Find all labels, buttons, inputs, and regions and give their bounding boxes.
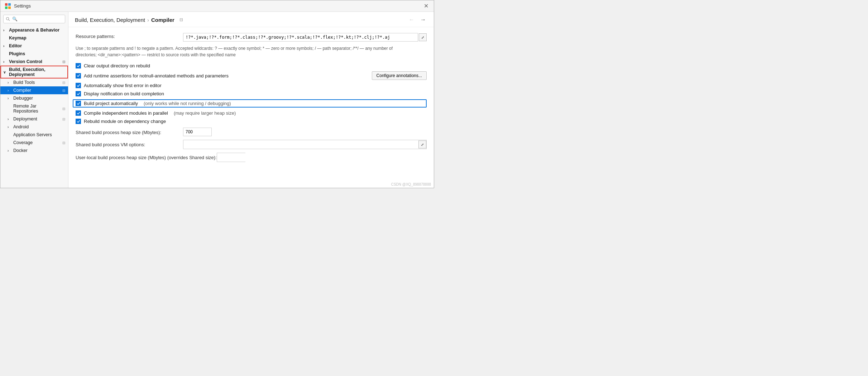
arrow-icon: › [3, 44, 8, 48]
sidebar-item-editor[interactable]: ›Editor [0, 42, 68, 50]
arrow-icon: › [8, 125, 12, 129]
breadcrumb-current: Compiler [151, 17, 174, 23]
sidebar-item-compiler[interactable]: ›Compiler⊟ [0, 86, 68, 94]
sidebar-item-appearance[interactable]: ›Appearance & Behavior [0, 26, 68, 34]
window-title: Settings [14, 3, 422, 9]
pin-icon: ⊟ [62, 117, 65, 121]
checkbox-row-clear-output: Clear output directory on rebuild [76, 63, 427, 68]
sidebar-item-label: Android [13, 124, 65, 129]
svg-rect-1 [8, 3, 11, 6]
checkbox-label-rebuild-dependency: Rebuild module on dependency change [84, 119, 166, 124]
configure-annotations-button[interactable]: Configure annotations... [372, 71, 427, 80]
user-heap-label: User-local build process heap size (Mbyt… [76, 155, 217, 160]
checkbox-row-rebuild-dependency: Rebuild module on dependency change [76, 119, 427, 124]
user-heap-control [217, 153, 245, 162]
arrow-icon: › [8, 117, 12, 121]
pin-icon: ⊟ [62, 107, 65, 111]
sidebar-item-android[interactable]: ›Android [0, 123, 68, 131]
checkbox-build-auto[interactable] [76, 101, 81, 106]
checkbox-hint-build-auto: (only works while not running / debuggin… [144, 101, 231, 106]
arrow-icon: › [8, 149, 12, 153]
sidebar-item-version-control[interactable]: ›Version Control⊟ [0, 58, 68, 66]
sidebar-item-build-execution[interactable]: ∨Build, Execution, Deployment [0, 66, 68, 78]
sidebar-item-label: Coverage [13, 140, 61, 145]
sidebar-item-deployment[interactable]: ›Deployment⊟ [0, 115, 68, 123]
breadcrumb: Build, Execution, Deployment › Compiler … [75, 17, 183, 23]
sidebar-item-label: Build Tools [13, 80, 61, 85]
sidebar: ›Appearance & BehaviorKeymap›EditorPlugi… [0, 12, 68, 188]
sidebar-item-label: Docker [13, 148, 65, 153]
resource-patterns-input[interactable] [183, 33, 418, 42]
checkbox-label-display-notification: Display notification on build completion [84, 91, 164, 96]
checkbox-add-runtime[interactable] [76, 73, 81, 78]
sidebar-item-label: Compiler [13, 88, 61, 93]
settings-window: Settings ✕ ›Appearance & BehaviorKeymap›… [0, 0, 434, 188]
checkbox-clear-output[interactable] [76, 63, 81, 68]
expand-resource-patterns-button[interactable]: ⤢ [419, 33, 427, 41]
search-input[interactable] [3, 15, 65, 23]
vm-options-control: ⤢ [183, 140, 427, 149]
pin-icon: ⊟ [62, 81, 65, 85]
checkbox-hint-compile-parallel: (may require larger heap size) [174, 110, 236, 116]
heap-size-label: Shared build process heap size (Mbytes): [76, 129, 183, 135]
vm-options-row: Shared build process VM options: ⤢ [76, 140, 427, 149]
svg-rect-3 [8, 6, 11, 9]
svg-rect-2 [5, 6, 8, 9]
checkbox-label-compile-parallel: Compile independent modules in parallel [84, 110, 168, 116]
pin-icon: ⊟ [62, 89, 65, 92]
sidebar-item-remote-jar[interactable]: Remote Jar Repositories⊟ [0, 102, 68, 115]
back-button[interactable]: ← [407, 15, 416, 24]
app-icon [5, 3, 11, 9]
sidebar-item-label: Appearance & Behavior [9, 28, 65, 33]
content-panel: Build, Execution, Deployment › Compiler … [68, 12, 434, 188]
checkbox-row-display-notification: Display notification on build completion [76, 91, 427, 96]
checkbox-show-first-error[interactable] [76, 83, 81, 88]
sidebar-item-app-servers[interactable]: Application Servers [0, 131, 68, 139]
sidebar-item-coverage[interactable]: Coverage⊟ [0, 139, 68, 147]
expand-vm-options-button[interactable]: ⤢ [418, 141, 426, 148]
header-nav: ← → [407, 15, 427, 24]
resource-patterns-label: Resource patterns: [76, 33, 183, 39]
arrow-icon: › [8, 81, 12, 85]
arrow-icon: › [3, 28, 8, 32]
checkbox-label-show-first-error: Automatically show first error in editor [84, 83, 162, 88]
pin-icon: ⊟ [62, 60, 65, 64]
checkbox-row-show-first-error: Automatically show first error in editor [76, 83, 427, 88]
breadcrumb-parent: Build, Execution, Deployment [75, 17, 145, 23]
sidebar-item-label: Keymap [9, 35, 65, 41]
resource-patterns-control: ⤢ [183, 33, 427, 42]
arrow-icon: › [3, 60, 8, 64]
sidebar-item-label: Application Servers [13, 132, 65, 137]
arrow-icon: ∨ [3, 70, 8, 74]
heap-size-control [183, 128, 427, 136]
close-button[interactable]: ✕ [422, 3, 430, 10]
sidebar-item-label: Remote Jar Repositories [13, 104, 61, 114]
breadcrumb-separator: › [147, 17, 149, 23]
checkboxes-container: Clear output directory on rebuildAdd run… [76, 63, 427, 124]
vm-options-input[interactable] [183, 140, 418, 149]
sidebar-item-plugins[interactable]: Plugins [0, 50, 68, 58]
sidebar-item-debugger[interactable]: ›Debugger [0, 94, 68, 102]
sidebar-item-label: Build, Execution, Deployment [9, 67, 65, 77]
sidebar-item-label: Plugins [9, 51, 65, 56]
svg-rect-0 [5, 3, 8, 6]
search-box [3, 15, 65, 23]
checkbox-rebuild-dependency[interactable] [76, 119, 81, 124]
heap-size-input[interactable] [183, 128, 212, 136]
sidebar-item-build-tools[interactable]: ›Build Tools⊟ [0, 78, 68, 86]
content-body: Resource patterns: ⤢ Use ; to separate p… [68, 27, 434, 188]
sidebar-item-docker[interactable]: ›Docker [0, 147, 68, 154]
user-heap-row: User-local build process heap size (Mbyt… [76, 153, 427, 162]
sidebar-item-label: Deployment [13, 116, 61, 122]
hint-text: Use ; to separate patterns and ! to nega… [76, 45, 398, 58]
user-heap-input[interactable] [217, 153, 246, 162]
vm-options-label: Shared build process VM options: [76, 142, 183, 147]
content-header: Build, Execution, Deployment › Compiler … [68, 12, 434, 27]
forward-button[interactable]: → [419, 15, 427, 24]
checkbox-label-add-runtime: Add runtime assertions for notnull-annot… [84, 73, 229, 78]
sidebar-item-label: Debugger [13, 96, 65, 101]
checkbox-display-notification[interactable] [76, 91, 81, 96]
checkbox-compile-parallel[interactable] [76, 110, 81, 116]
checkbox-row-build-auto: Build project automatically(only works w… [73, 99, 427, 108]
sidebar-item-keymap[interactable]: Keymap [0, 34, 68, 42]
